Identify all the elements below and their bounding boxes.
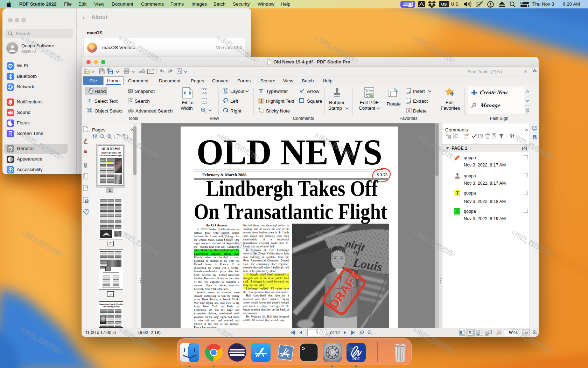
svg-text:T: T <box>88 98 91 103</box>
svg-text:T: T <box>365 88 369 93</box>
svg-text:PDF: PDF <box>352 357 360 361</box>
svg-text:>_: >_ <box>302 346 309 352</box>
svg-text:1:1: 1:1 <box>202 100 206 103</box>
